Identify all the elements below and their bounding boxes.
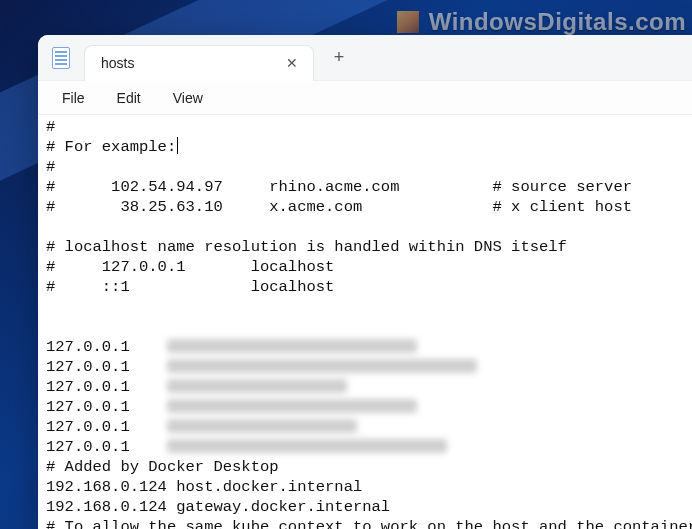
editor-line: # <box>46 157 684 177</box>
tab-title: hosts <box>101 55 281 71</box>
redacted-hostname <box>167 399 417 413</box>
redacted-hostname <box>167 419 357 433</box>
editor-line: # ::1 localhost <box>46 277 684 297</box>
editor-line <box>46 317 684 337</box>
editor-line: 127.0.0.1 <box>46 437 684 457</box>
redacted-hostname <box>167 379 347 393</box>
editor-line: # 127.0.0.1 localhost <box>46 257 684 277</box>
editor-line: 127.0.0.1 <box>46 357 684 377</box>
watermark-text: WindowsDigitals.com <box>429 8 686 36</box>
editor-line: # 38.25.63.10 x.acme.com # x client host <box>46 197 684 217</box>
editor-line: # localhost name resolution is handled w… <box>46 237 684 257</box>
editor-line: 192.168.0.124 gateway.docker.internal <box>46 497 684 517</box>
menu-view[interactable]: View <box>159 86 217 110</box>
watermark-logo-icon <box>397 11 419 33</box>
text-caret <box>177 137 178 154</box>
editor-line: 127.0.0.1 <box>46 337 684 357</box>
notepad-window: hosts ✕ + File Edit View ## For example:… <box>38 35 692 529</box>
new-tab-button[interactable]: + <box>322 41 356 75</box>
editor-line: 192.168.0.124 host.docker.internal <box>46 477 684 497</box>
menu-edit[interactable]: Edit <box>103 86 155 110</box>
redacted-hostname <box>167 339 417 353</box>
text-editor[interactable]: ## For example:## 102.54.94.97 rhino.acm… <box>38 115 692 529</box>
file-tab[interactable]: hosts ✕ <box>84 45 314 81</box>
editor-line <box>46 297 684 317</box>
notepad-app-icon <box>52 47 70 69</box>
editor-line: 127.0.0.1 <box>46 417 684 437</box>
close-icon: ✕ <box>286 55 298 71</box>
editor-line: # For example: <box>46 137 684 157</box>
redacted-hostname <box>167 439 447 453</box>
menubar: File Edit View <box>38 81 692 115</box>
redacted-hostname <box>167 359 477 373</box>
editor-line: # <box>46 117 684 137</box>
close-tab-button[interactable]: ✕ <box>281 52 303 74</box>
editor-line: 127.0.0.1 <box>46 377 684 397</box>
watermark: WindowsDigitals.com <box>397 8 686 36</box>
editor-line <box>46 217 684 237</box>
editor-line: # Added by Docker Desktop <box>46 457 684 477</box>
menu-file[interactable]: File <box>48 86 99 110</box>
editor-line: # To allow the same kube context to work… <box>46 517 684 529</box>
titlebar: hosts ✕ + <box>38 35 692 81</box>
editor-line: # 102.54.94.97 rhino.acme.com # source s… <box>46 177 684 197</box>
plus-icon: + <box>334 47 345 68</box>
editor-line: 127.0.0.1 <box>46 397 684 417</box>
